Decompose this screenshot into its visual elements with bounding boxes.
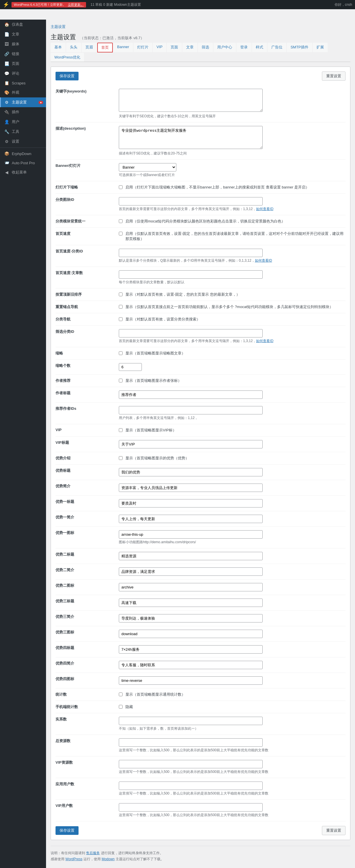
tab-sidebar-tab[interactable]: 页眉 bbox=[82, 43, 97, 52]
app-users-label: 应用用户数 bbox=[56, 778, 119, 800]
advantage-4-intro-input[interactable] bbox=[119, 661, 263, 669]
site-info: 11 草稿 0 新建 Modown主题设置 bbox=[91, 2, 141, 7]
advantage-2-icon-cell bbox=[119, 580, 346, 595]
sidebar-item-media[interactable]: 🖼 媒体 bbox=[0, 39, 46, 49]
lightbox-thumbnail-checkbox[interactable] bbox=[119, 185, 122, 189]
tab-lightbox[interactable]: 灯灯片 bbox=[134, 43, 152, 52]
homepage-quick-checkbox[interactable] bbox=[119, 232, 122, 236]
advantage-1-icon-input[interactable] bbox=[119, 530, 263, 538]
advantage-3-icon-input[interactable] bbox=[119, 630, 263, 638]
description-input[interactable]: 专业提供wordpress主题定制开发服务 bbox=[119, 126, 263, 149]
advantage-2-title-input[interactable] bbox=[119, 552, 263, 560]
sidebar-item-plugins[interactable]: 🔌 插件 bbox=[0, 107, 46, 117]
advantage-4-icon-cell bbox=[119, 673, 346, 688]
thumbnail-count-input[interactable] bbox=[119, 363, 142, 371]
sidebar-item-posts[interactable]: 📄 文章 bbox=[0, 29, 46, 39]
vip-resources-input[interactable] bbox=[119, 760, 263, 768]
sidebar-item-links[interactable]: 🔗 链接 bbox=[0, 49, 46, 59]
recommended-author-ids-input[interactable] bbox=[119, 406, 263, 414]
advantage-4-title-input[interactable] bbox=[119, 645, 263, 654]
tab-filters[interactable]: 筛选 bbox=[198, 43, 213, 52]
total-resources-input[interactable] bbox=[119, 738, 263, 747]
homepage-quick-cat-link[interactable]: 如何查看ID bbox=[255, 258, 272, 262]
author-recommend-row: 作者推荐 显示（首页缩略图显示作者张标） bbox=[56, 375, 346, 387]
footer-wordpress-link[interactable]: WordPress bbox=[65, 857, 82, 861]
save-settings-button-bottom[interactable]: 保存设置 bbox=[56, 826, 78, 835]
thumbnail-checkbox[interactable] bbox=[119, 351, 122, 355]
sidebar-item-settings[interactable]: ⚙ 设置 bbox=[0, 136, 46, 146]
sidebar-item-pages[interactable]: 📃 页面 bbox=[0, 59, 46, 69]
advantage-3-intro-input[interactable] bbox=[119, 614, 263, 622]
lightbox-thumbnail-label: 灯灯片下缩略 bbox=[56, 181, 119, 194]
advantage-1-title-input[interactable] bbox=[119, 499, 263, 507]
category-nav-checkbox[interactable] bbox=[119, 317, 122, 321]
filter-category-id-input[interactable] bbox=[119, 329, 263, 337]
advantage-2-intro-input[interactable] bbox=[119, 567, 263, 576]
sidebar-item-comments[interactable]: 💬 评论 bbox=[0, 69, 46, 79]
category-block-id-link[interactable]: 如何查看ID bbox=[256, 207, 273, 211]
advantage-intro-text-input[interactable] bbox=[119, 484, 263, 492]
author-recommend-checkbox[interactable] bbox=[119, 379, 122, 382]
save-settings-button-top[interactable]: 保存设置 bbox=[56, 72, 78, 81]
update-link[interactable]: 立即更新。 bbox=[68, 3, 84, 6]
homepage-quick-article-count-row: 首页速度-文章数 每个分类模块显示的文章数量，默认以默认 bbox=[56, 267, 346, 288]
breadcrumb-home[interactable]: 主题设置 bbox=[50, 25, 66, 29]
vip-users-input[interactable] bbox=[119, 803, 263, 811]
sidebar-item-theme-settings[interactable]: ⚙ 主题设置 ● bbox=[0, 97, 46, 107]
tab-style[interactable]: 样式 bbox=[252, 43, 267, 52]
reset-settings-button-bottom[interactable]: 重置设置 bbox=[322, 826, 346, 835]
homepage-quick-category-id-input[interactable] bbox=[119, 249, 263, 257]
tab-user-center[interactable]: 用户中心 bbox=[213, 43, 236, 52]
real-count-input[interactable] bbox=[119, 717, 263, 725]
sidebar-item-label: 评论 bbox=[12, 71, 19, 76]
tab-header[interactable]: 头头 bbox=[66, 43, 81, 52]
stats-count-checkbox[interactable] bbox=[119, 692, 122, 696]
reset-settings-button-top[interactable]: 重置设置 bbox=[322, 71, 346, 81]
vip-checkbox[interactable] bbox=[119, 428, 122, 432]
tab-login[interactable]: 登录 bbox=[237, 43, 251, 52]
advantage-intro-text-label: 优势简介 bbox=[56, 480, 119, 496]
sidebar-item-dashboard[interactable]: 🏠 仪表盘 bbox=[0, 20, 46, 29]
quick-anchor-nav-checkbox[interactable] bbox=[119, 305, 122, 309]
tab-background[interactable]: 页面 bbox=[167, 43, 182, 52]
advantage-3-title-input[interactable] bbox=[119, 598, 263, 607]
tab-vip[interactable]: VIP bbox=[153, 43, 166, 52]
sidebar-item-collapse[interactable]: ◀ 收起菜单 bbox=[0, 167, 46, 177]
sidebar-item-autopost-pro[interactable]: 📨 Auto Post Pro bbox=[0, 158, 46, 167]
banner-lightbox-select[interactable]: Banner 灯灯片 bbox=[119, 163, 176, 172]
advantage-intro-checkbox[interactable] bbox=[119, 456, 122, 460]
author-title-input[interactable] bbox=[119, 391, 263, 399]
footer-support-link[interactable]: 售后服务 bbox=[86, 851, 100, 855]
advantage-4-icon-input[interactable] bbox=[119, 676, 263, 685]
category-mock-unified-checkbox[interactable] bbox=[119, 219, 122, 223]
app-users-input[interactable] bbox=[119, 781, 263, 790]
tab-smtp[interactable]: SMTP插件 bbox=[287, 43, 312, 52]
tab-banner[interactable]: Banner bbox=[113, 43, 133, 52]
tab-homepage[interactable]: 首页 bbox=[97, 43, 113, 53]
vip-title-input[interactable] bbox=[119, 440, 263, 448]
advantage-1-intro-input[interactable] bbox=[119, 515, 263, 523]
mobile-stats-count-checkbox[interactable] bbox=[119, 705, 122, 709]
tab-basic[interactable]: 基本 bbox=[50, 43, 66, 52]
sidebar-item-tools[interactable]: 🔧 工具 bbox=[0, 127, 46, 136]
sidebar-item-scrapes[interactable]: 📋 Scrapes bbox=[0, 79, 46, 88]
advantage-2-icon-input[interactable] bbox=[119, 583, 263, 591]
tab-ads[interactable]: 广告位 bbox=[268, 43, 286, 52]
filter-cat-link[interactable]: 如何查看ID bbox=[256, 339, 273, 343]
follow-new-sort-checkbox[interactable] bbox=[119, 292, 122, 296]
homepage-quick-article-count-input[interactable] bbox=[119, 270, 263, 279]
advantage-title-input[interactable] bbox=[119, 468, 263, 476]
app-users-hint: 这里填写一个整数，比如输入500，那么公到此表示的是添加500前上大平稳统有优先… bbox=[119, 791, 346, 796]
footer-modown-link[interactable]: Modown bbox=[102, 857, 114, 861]
sidebar-item-label: 仪表盘 bbox=[12, 22, 23, 27]
sidebar-item-appearance[interactable]: 🎨 外观 bbox=[0, 88, 46, 97]
keywords-input[interactable] bbox=[119, 89, 263, 112]
tab-article[interactable]: 文章 bbox=[182, 43, 197, 52]
category-block-id-input[interactable] bbox=[119, 197, 263, 206]
sidebar-item-erphpdown[interactable]: 📦 ErphpDown bbox=[0, 149, 46, 158]
tab-wordpress-optimize[interactable]: WordPress优化 bbox=[50, 53, 84, 62]
tab-extend[interactable]: 扩展 bbox=[313, 43, 328, 52]
advantage-1-intro-label: 优势一简介 bbox=[56, 511, 119, 527]
sidebar-item-users[interactable]: 👤 用户 bbox=[0, 117, 46, 127]
page-subtitle: （当前状态：已激活，当前版本 v8.7） bbox=[80, 36, 144, 40]
